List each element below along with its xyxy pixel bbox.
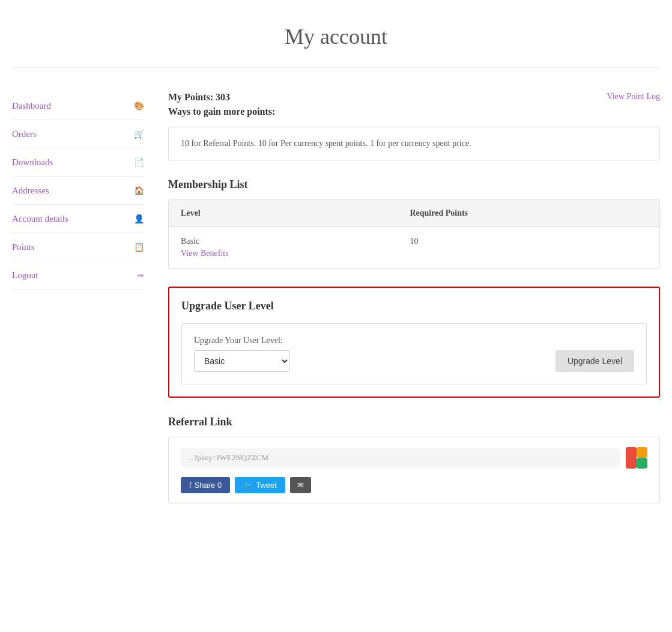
sidebar-label-addresses: Addresses bbox=[12, 186, 49, 196]
membership-table: Level Required Points Basic View Benefit… bbox=[168, 199, 660, 269]
svg-rect-2 bbox=[637, 458, 647, 469]
referral-section: Referral Link ...?pkey=IWE2NQZZCM f bbox=[168, 416, 660, 503]
page-header: My account bbox=[12, 0, 660, 68]
points-header: My Points: 303 Ways to gain more points:… bbox=[168, 92, 660, 117]
email-share-button[interactable]: ✉ bbox=[290, 477, 311, 493]
membership-section: Membership List Level Required Points bbox=[168, 178, 660, 269]
upgrade-form: Upgrade Your User Level: Basic Upgrade L… bbox=[181, 323, 647, 384]
sidebar-label-orders: Orders bbox=[12, 129, 37, 139]
sidebar: Dashboard Orders Downloads Addresses Acc… bbox=[12, 92, 144, 521]
referral-url-row: ...?pkey=IWE2NQZZCM bbox=[181, 447, 647, 469]
referral-box: ...?pkey=IWE2NQZZCM f Share 0 bbox=[168, 437, 660, 503]
level-name: Basic bbox=[181, 237, 199, 246]
svg-rect-0 bbox=[626, 447, 637, 469]
sidebar-item-logout[interactable]: Logout bbox=[12, 261, 144, 290]
upgrade-section: Upgrade User Level Upgrade Your User Lev… bbox=[168, 287, 660, 398]
sidebar-label-dashboard: Dashboard bbox=[12, 101, 51, 111]
page-title: My account bbox=[12, 24, 660, 49]
upgrade-level-button[interactable]: Upgrade Level bbox=[555, 350, 634, 372]
view-point-log-link[interactable]: View Point Log bbox=[607, 92, 660, 102]
upgrade-level-select[interactable]: Basic bbox=[194, 350, 290, 372]
email-icon: ✉ bbox=[297, 481, 304, 490]
main-content: My Points: 303 Ways to gain more points:… bbox=[168, 92, 660, 521]
membership-title: Membership List bbox=[168, 178, 660, 191]
account-icon bbox=[134, 213, 144, 224]
fb-icon: f bbox=[189, 481, 192, 490]
ways-to-gain: Ways to gain more points: bbox=[168, 106, 275, 117]
twitter-tweet-button[interactable]: 🐦 Tweet bbox=[235, 477, 285, 493]
points-icon bbox=[134, 242, 144, 252]
upgrade-title: Upgrade User Level bbox=[181, 300, 647, 312]
sidebar-item-account-details[interactable]: Account details bbox=[12, 205, 144, 233]
dashboard-icon bbox=[134, 100, 144, 111]
required-points-cell: 10 bbox=[398, 227, 659, 269]
table-row: Basic View Benefits 10 bbox=[169, 227, 659, 269]
upgrade-select-group: Upgrade Your User Level: Basic bbox=[194, 336, 290, 372]
twitter-icon: 🐦 bbox=[243, 481, 253, 490]
svg-rect-1 bbox=[637, 447, 647, 458]
fb-label: Share 0 bbox=[195, 481, 222, 490]
sidebar-item-dashboard[interactable]: Dashboard bbox=[12, 92, 144, 120]
sidebar-item-downloads[interactable]: Downloads bbox=[12, 148, 144, 177]
sidebar-item-orders[interactable]: Orders bbox=[12, 120, 144, 148]
sidebar-label-account-details: Account details bbox=[12, 214, 68, 224]
referral-url-text: ...?pkey=IWE2NQZZCM bbox=[181, 448, 620, 467]
sidebar-item-addresses[interactable]: Addresses bbox=[12, 177, 144, 205]
points-value: My Points: 303 bbox=[168, 92, 275, 103]
facebook-share-button[interactable]: f Share 0 bbox=[181, 477, 230, 493]
table-header-row: Level Required Points bbox=[169, 200, 659, 227]
social-buttons: f Share 0 🐦 Tweet ✉ bbox=[181, 477, 647, 493]
view-benefits-link[interactable]: View Benefits bbox=[181, 249, 386, 258]
orders-icon bbox=[134, 129, 144, 139]
sidebar-label-points: Points bbox=[12, 242, 35, 252]
sidebar-label-logout: Logout bbox=[12, 270, 38, 281]
referral-app-icon bbox=[626, 447, 647, 469]
addresses-icon bbox=[134, 185, 144, 196]
tweet-label: Tweet bbox=[256, 481, 277, 490]
level-cell: Basic View Benefits bbox=[169, 227, 398, 269]
points-info-box: 10 for Referral Points. 10 for Per curre… bbox=[168, 127, 660, 160]
logout-icon bbox=[137, 270, 144, 281]
sidebar-item-points[interactable]: Points bbox=[12, 233, 144, 261]
upgrade-form-label: Upgrade Your User Level: bbox=[194, 336, 290, 345]
sidebar-label-downloads: Downloads bbox=[12, 157, 53, 168]
col-level: Level bbox=[169, 200, 398, 227]
points-info: My Points: 303 Ways to gain more points: bbox=[168, 92, 275, 117]
col-required-points: Required Points bbox=[398, 200, 659, 227]
referral-title: Referral Link bbox=[168, 416, 660, 428]
downloads-icon bbox=[134, 157, 144, 168]
